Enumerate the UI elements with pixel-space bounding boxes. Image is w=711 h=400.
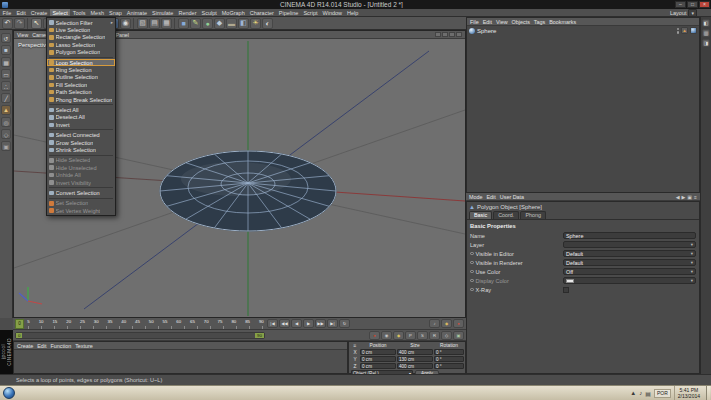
- record-rotation-button[interactable]: R: [429, 331, 440, 340]
- redo-icon[interactable]: ↷: [14, 18, 25, 29]
- edges-mode-icon[interactable]: ╱: [1, 93, 11, 103]
- object-manager-menu-bookmarks[interactable]: Bookmarks: [549, 19, 576, 25]
- menu-animate[interactable]: Animate: [124, 9, 149, 16]
- goto-end-button[interactable]: ▶|: [327, 319, 338, 328]
- select-menu-deselect-all[interactable]: Deselect All: [47, 114, 115, 121]
- material-menu-function[interactable]: Function: [50, 343, 71, 349]
- size-x-input[interactable]: 400 cm: [397, 349, 433, 355]
- dock-objects-icon[interactable]: ◨: [702, 39, 710, 47]
- maximize-button[interactable]: □: [687, 1, 698, 8]
- record-active-objects-button[interactable]: ●: [369, 331, 380, 340]
- object-manager-menu-view[interactable]: View: [496, 19, 508, 25]
- material-menu-create[interactable]: Create: [17, 343, 33, 349]
- language-indicator[interactable]: POR: [654, 389, 671, 398]
- material-icon[interactable]: ◐: [262, 18, 273, 29]
- visible-in-editor-dropdown[interactable]: Default▾: [563, 250, 696, 257]
- menu-character[interactable]: Character: [247, 9, 276, 16]
- layer-dropdown[interactable]: ▾: [563, 241, 696, 248]
- history-forward-icon[interactable]: ▶: [681, 194, 685, 200]
- minimize-button[interactable]: –: [675, 1, 686, 8]
- select-menu-invert[interactable]: Invert: [47, 121, 115, 128]
- use-color-dropdown[interactable]: Off▾: [563, 268, 696, 275]
- visible-in-renderer-dropdown[interactable]: Default▾: [563, 259, 696, 266]
- select-menu-fill-selection[interactable]: Fill Selection: [47, 81, 115, 88]
- key-button[interactable]: ◆: [441, 319, 452, 328]
- preview-range-slider[interactable]: 0 90: [15, 332, 265, 339]
- object-manager-menu-file[interactable]: File: [470, 19, 479, 25]
- deformers-icon[interactable]: ◆: [214, 18, 225, 29]
- layout-switch-button[interactable]: ▾: [688, 9, 697, 17]
- display-color-dropdown[interactable]: ▾: [563, 277, 696, 284]
- rotation-y-input[interactable]: 0 °: [434, 356, 464, 362]
- undo-icon[interactable]: ↶: [2, 18, 13, 29]
- mode-bar-edit[interactable]: Edit: [487, 194, 496, 200]
- material-menu-edit[interactable]: Edit: [37, 343, 46, 349]
- menu-mesh[interactable]: Mesh: [88, 9, 106, 16]
- select-menu-outline-selection[interactable]: Outline Selection: [47, 74, 115, 81]
- render-settings-icon[interactable]: ▦: [161, 18, 172, 29]
- goto-start-button[interactable]: |◀: [267, 319, 278, 328]
- lock-icon[interactable]: ▣: [687, 194, 692, 200]
- menu-mograph[interactable]: MoGraph: [219, 9, 247, 16]
- select-menu-selection-filter[interactable]: Selection Filter▸: [47, 19, 115, 26]
- texture-mode-icon[interactable]: ▦: [1, 57, 11, 67]
- menu-simulate[interactable]: Simulate: [150, 9, 176, 16]
- rotation-z-input[interactable]: 0 °: [434, 363, 464, 369]
- menu-file[interactable]: File: [0, 9, 14, 16]
- viewport-menu-panel[interactable]: Panel: [116, 32, 129, 38]
- start-button[interactable]: [3, 387, 15, 399]
- menu-sculpt[interactable]: Sculpt: [199, 9, 219, 16]
- visibility-dots[interactable]: [677, 28, 680, 34]
- primitive-cube-icon[interactable]: ■: [178, 18, 189, 29]
- menu-render[interactable]: Render: [176, 9, 199, 16]
- select-menu-phong-break-selection[interactable]: Phong Break Selection: [47, 96, 115, 103]
- select-menu-loop-selection[interactable]: Loop Selection: [47, 59, 115, 66]
- show-desktop-button[interactable]: [706, 386, 710, 400]
- dock-content-browser-icon[interactable]: ◧: [702, 19, 710, 27]
- rotation-x-input[interactable]: 0 °: [434, 349, 464, 355]
- phong-tag-icon[interactable]: [690, 27, 697, 34]
- floor-icon[interactable]: ▬: [226, 18, 237, 29]
- dock-structure-icon[interactable]: ▥: [702, 29, 710, 37]
- camera-icon[interactable]: ◧: [238, 18, 249, 29]
- position-y-input[interactable]: 0 cm: [360, 356, 396, 362]
- previous-frame-button[interactable]: ◀: [291, 319, 302, 328]
- size-z-input[interactable]: 400 cm: [397, 363, 433, 369]
- record-pla-button[interactable]: ▣: [453, 331, 464, 340]
- object-manager-menu-objects[interactable]: Objects: [512, 19, 530, 25]
- material-menu-texture[interactable]: Texture: [75, 343, 93, 349]
- make-editable-icon[interactable]: ↺: [1, 33, 11, 43]
- coords-menu-icon[interactable]: ≡: [351, 343, 359, 348]
- mode-bar-user-data[interactable]: User Data: [500, 194, 524, 200]
- size-y-input[interactable]: 130 cm: [397, 356, 433, 362]
- select-menu-lasso-selection[interactable]: Lasso Selection: [47, 41, 115, 48]
- name-input[interactable]: Sphere: [563, 232, 696, 239]
- tab-coord[interactable]: Coord.: [493, 211, 519, 219]
- select-menu-select-all[interactable]: Select All: [47, 106, 115, 113]
- menu-select[interactable]: Select: [50, 9, 70, 16]
- network-icon[interactable]: ▤: [645, 390, 651, 397]
- volume-icon[interactable]: ♪: [639, 390, 642, 396]
- autokey-button[interactable]: ◉: [381, 331, 392, 340]
- tab-basic[interactable]: Basic: [469, 211, 492, 219]
- close-button[interactable]: ×: [699, 1, 710, 8]
- menu-edit[interactable]: Edit: [14, 9, 28, 16]
- select-menu-path-selection[interactable]: Path Selection: [47, 89, 115, 96]
- coordinate-system-icon[interactable]: ◉: [120, 18, 131, 29]
- tray-up-arrow-icon[interactable]: ▲: [630, 390, 636, 396]
- next-frame-button[interactable]: ▶▶: [315, 319, 326, 328]
- record-button[interactable]: ●: [453, 319, 464, 328]
- select-menu-ring-selection[interactable]: Ring Selection: [47, 66, 115, 73]
- keyframe-selection-button[interactable]: ◆: [393, 331, 404, 340]
- mode-bar-mode[interactable]: Mode: [469, 194, 483, 200]
- select-menu-rectangle-selection[interactable]: Rectangle Selection: [47, 34, 115, 41]
- position-x-input[interactable]: 0 cm: [360, 349, 396, 355]
- menu-tools[interactable]: Tools: [70, 9, 88, 16]
- viewport-layout-icon[interactable]: [456, 32, 462, 37]
- menu-window[interactable]: Window: [320, 9, 345, 16]
- history-back-icon[interactable]: ◀: [676, 194, 680, 200]
- viewport-toggle-icon[interactable]: [449, 32, 455, 37]
- render-view-icon[interactable]: ▧: [137, 18, 148, 29]
- x-ray-checkbox[interactable]: [563, 287, 569, 293]
- enable-axis-icon[interactable]: ◎: [1, 117, 11, 127]
